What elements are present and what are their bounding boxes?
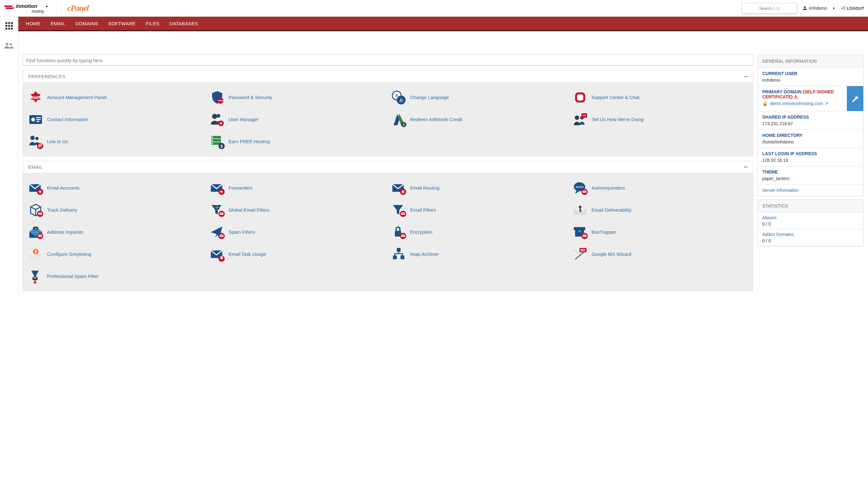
feature-change-language[interactable]: AあChange Language [389, 88, 569, 107]
feature-spam-filters[interactable]: Spam Filters [207, 223, 387, 242]
svg-text:A: A [395, 93, 398, 98]
user-gear-icon [209, 111, 225, 128]
header-search-input[interactable] [742, 3, 797, 14]
feature-label: Contact Information [47, 117, 88, 123]
feature-professional-spam-filter[interactable]: Professional Spam Filter [26, 267, 206, 286]
domain-settings-button[interactable] [847, 86, 863, 111]
feature-configure-greylisting[interactable]: Configure Greylisting [26, 245, 206, 264]
apps-grid-icon[interactable] [4, 21, 14, 31]
statistics-panel: STATISTICS Aliases0 / 0Addon Domains0 / … [758, 199, 864, 246]
svg-point-31 [216, 114, 220, 118]
feature-forwarders[interactable]: Forwarders [207, 179, 387, 197]
find-functions-input[interactable] [23, 54, 753, 66]
cpanel-logo[interactable]: cPanel [67, 3, 89, 13]
svg-rect-71 [580, 208, 581, 212]
users-icon[interactable] [4, 41, 14, 50]
feature-tell-us-how-we-re-doing[interactable]: Tell Us How We're Doing [570, 110, 750, 129]
nav-files[interactable]: FILES [141, 21, 165, 26]
stat-value: 0 / 0 [762, 238, 859, 243]
general-info-title: GENERAL INFORMATION [758, 55, 863, 68]
feature-email-deliverability[interactable]: Email Deliverability [570, 200, 750, 220]
feature-password-security[interactable]: Password & Security [207, 88, 387, 107]
svg-point-17 [220, 100, 222, 101]
boxtrapper-icon [572, 224, 588, 240]
panel-preferences: PREFERENCES−AMPAccount Management PanelP… [23, 70, 753, 156]
feature-address-importer[interactable]: @Address Importer [26, 223, 206, 242]
user-menu[interactable]: imhdemo ▼ [802, 6, 835, 11]
nav-databases[interactable]: DATABASES [165, 21, 203, 26]
svg-point-16 [218, 100, 220, 101]
svg-rect-6 [5, 25, 7, 27]
stat-label[interactable]: Addon Domains [762, 232, 859, 237]
feature-label: BoxTrapper [592, 229, 616, 235]
feature-label: Spam Filters [228, 229, 255, 235]
collapse-icon[interactable]: − [744, 75, 748, 78]
primary-domain-link[interactable]: demo.inmotionhosting.com [770, 101, 823, 106]
stat-value: 0 / 0 [762, 221, 859, 227]
greylist-icon [27, 246, 44, 263]
svg-rect-48 [212, 137, 213, 138]
feature-label: Password & Security [228, 95, 272, 101]
feature-redeem-adwords-credit[interactable]: $Redeem AdWords Credit [389, 110, 569, 129]
feature-autoresponders[interactable]: AUTOAutoresponders [570, 179, 750, 197]
adwords-icon: $ [390, 111, 407, 128]
svg-point-43 [35, 137, 38, 140]
feature-email-accounts[interactable]: Email Accounts [26, 179, 206, 197]
top-header: inmotion hosting cPanel imhdemo ▼ LOGOUT [0, 0, 868, 17]
nav-domains[interactable]: DOMAINS [70, 21, 103, 26]
nav-email[interactable]: EMAIL [46, 21, 70, 26]
feature-earn-free-hosting[interactable]: $Earn FREE Hosting [207, 132, 387, 151]
inmotion-logo[interactable]: inmotion hosting [4, 2, 54, 14]
mail-key-icon [572, 202, 588, 218]
feature-label: Tell Us How We're Doing [592, 117, 644, 123]
nav-software[interactable]: SOFTWARE [103, 21, 141, 26]
feature-label: Forwarders [228, 185, 252, 191]
feature-contact-information[interactable]: Contact Information [26, 110, 206, 129]
server-information-link[interactable]: Server Information [762, 188, 859, 193]
feature-label: Email Deliverability [592, 207, 632, 213]
panel-title: PREFERENCES [28, 74, 66, 79]
feature-global-email-filters[interactable]: Global Email Filters [207, 200, 387, 220]
svg-point-26 [31, 118, 35, 121]
feature-boxtrapper[interactable]: BoxTrapper [570, 223, 750, 242]
theme-label: THEME [762, 169, 859, 174]
feature-support-center-chat[interactable]: Support Center & Chat [570, 88, 750, 107]
svg-point-89 [35, 253, 36, 254]
feedback-icon [572, 111, 588, 128]
feature-label: Change Language [410, 95, 449, 101]
stat-label[interactable]: Aliases [762, 215, 859, 220]
svg-rect-11 [11, 28, 13, 30]
collapse-icon[interactable]: − [744, 166, 748, 169]
svg-rect-88 [35, 250, 36, 252]
svg-point-33 [220, 122, 222, 124]
svg-rect-10 [8, 28, 10, 30]
auto-reply-icon: AUTO [572, 180, 588, 196]
feature-encryption[interactable]: Encryption [389, 223, 569, 242]
feature-label: Professional Spam Filter [47, 273, 98, 279]
feature-label: Global Email Filters [228, 207, 270, 213]
feature-label: Track Delivery [47, 207, 77, 213]
feature-user-manager[interactable]: User Manager [207, 110, 387, 129]
nav-home[interactable]: HOME [21, 21, 46, 26]
external-link-icon[interactable]: ↗ [825, 101, 829, 106]
panel-email: EMAIL−Email AccountsForwardersEmail Rout… [23, 161, 753, 291]
feature-email-filters[interactable]: Email Filters [389, 200, 569, 220]
feature-label: Email Routing [410, 185, 439, 191]
feature-email-routing[interactable]: Email Routing [389, 179, 569, 197]
mail-plus-icon [27, 180, 44, 196]
feature-account-management-panel[interactable]: AMPAccount Management Panel [26, 88, 206, 107]
feature-imap-archiver[interactable]: Imap Archiver [389, 245, 569, 264]
feature-link-to-us[interactable]: Link to Us [26, 132, 206, 151]
current-user-label: CURRENT USER [762, 71, 859, 76]
contact-card-icon [27, 111, 44, 128]
globe-lang-icon: Aあ [390, 89, 407, 106]
feature-track-delivery[interactable]: Track Delivery [26, 200, 206, 220]
svg-rect-50 [212, 143, 213, 144]
logout-button[interactable]: LOGOUT [841, 6, 864, 11]
filter-globe-icon [209, 202, 225, 218]
lock-icon: 🔒 [762, 101, 768, 106]
svg-point-18 [222, 100, 224, 101]
left-icon-rail [0, 17, 18, 50]
feature-google-mx-wizard[interactable]: MXGoogle MX Wizard [570, 245, 750, 264]
feature-email-disk-usage[interactable]: Email Disk Usage [207, 245, 387, 264]
